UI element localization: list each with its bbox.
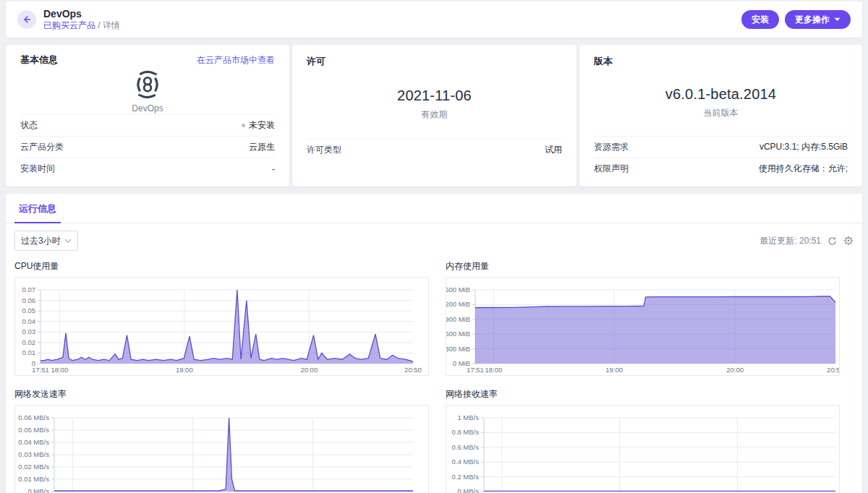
svg-text:1 MB/s: 1 MB/s: [457, 413, 479, 421]
svg-text:0.07: 0.07: [22, 286, 36, 293]
svg-text:19:00: 19:00: [605, 366, 623, 374]
arrow-left-icon: [22, 14, 32, 25]
svg-text:0 MB/s: 0 MB/s: [457, 487, 479, 493]
svg-text:0.04: 0.04: [22, 317, 36, 325]
svg-text:0.01: 0.01: [22, 348, 36, 356]
page-title: DevOps: [43, 8, 120, 21]
permission-value: 使用持久化存储：允许;: [759, 163, 848, 175]
install-button-label: 安装: [752, 14, 769, 26]
status-row: 状态 未安装: [20, 114, 275, 136]
refresh-button[interactable]: [827, 236, 837, 246]
svg-text:20:50: 20:50: [827, 366, 839, 374]
memory-usage-chart: 内存使用量 1,500 MiB1,200 MiB900 MiB600 MiB30…: [446, 251, 840, 376]
network-receive-chart-title: 网络接收速率: [446, 388, 840, 400]
basic-info-card: 基本信息 在云产品市场中查看 DevOps 状态 未安装: [6, 45, 289, 187]
install-time-value: -: [272, 164, 275, 174]
resource-requirement-value: vCPU:3.1; 内存:5.5GiB: [760, 141, 848, 153]
breadcrumb: 已购买云产品 / 详情: [43, 20, 120, 31]
chart-settings-button[interactable]: [843, 236, 854, 246]
version-card: 版本 v6.0.1-beta.2014 当前版本 资源需求 vCPU:3.1; …: [579, 45, 862, 187]
license-type-value: 试用: [545, 144, 562, 156]
version-title: 版本: [594, 55, 613, 68]
svg-text:0.05 MB/s: 0.05 MB/s: [18, 426, 49, 434]
basic-info-title: 基本信息: [20, 53, 58, 67]
svg-text:0.6 MB/s: 0.6 MB/s: [452, 443, 480, 451]
svg-text:0.02 MB/s: 0.02 MB/s: [18, 463, 49, 471]
caret-down-icon: [834, 17, 841, 22]
time-range-value: 过去3小时: [21, 235, 61, 247]
license-expiry-caption: 有效期: [422, 108, 448, 121]
network-receive-chart: 网络接收速率 1 MB/s0.8 MB/s0.6 MB/s0.4 MB/s0.2…: [446, 379, 840, 493]
svg-text:300 MiB: 300 MiB: [446, 345, 470, 353]
license-type-row: 许可类型 试用: [307, 139, 562, 160]
memory-chart-title: 内存使用量: [446, 260, 840, 273]
license-title: 许可: [307, 55, 326, 68]
last-update-label: 最近更新: 20:51: [760, 235, 821, 247]
resource-requirement-row: 资源需求 vCPU:3.1; 内存:5.5GiB: [594, 136, 848, 158]
page-header: DevOps 已购买云产品 / 详情 安装 更多操作: [6, 1, 862, 38]
status-label: 状态: [20, 119, 38, 132]
chevron-down-icon: [64, 239, 72, 244]
license-card: 许可 2021-11-06 有效期 许可类型 试用: [292, 45, 576, 187]
breadcrumb-current: / 详情: [95, 20, 120, 30]
svg-text:17:51: 17:51: [32, 366, 49, 374]
svg-text:1,200 MiB: 1,200 MiB: [446, 300, 470, 308]
permission-label: 权限声明: [594, 163, 629, 175]
refresh-icon: [827, 236, 837, 246]
svg-text:17:51: 17:51: [467, 366, 484, 374]
install-time-label: 安装时间: [20, 163, 55, 175]
more-actions-label: 更多操作: [795, 14, 830, 26]
svg-text:0.03: 0.03: [22, 327, 36, 335]
network-send-chart-title: 网络发送速率: [14, 388, 429, 400]
cpu-chart-plot: 0.070.060.050.040.030.020.01017:5118:001…: [14, 277, 429, 376]
app-logo-block: DevOps: [20, 67, 275, 114]
cpu-usage-chart: CPU使用量 0.070.060.050.040.030.020.01017:5…: [14, 251, 429, 376]
svg-text:0.8 MB/s: 0.8 MB/s: [452, 428, 480, 436]
view-in-market-link[interactable]: 在云产品市场中查看: [197, 54, 275, 67]
status-badge: 未安装: [249, 119, 275, 132]
install-button[interactable]: 安装: [741, 10, 779, 29]
svg-text:0.06 MB/s: 0.06 MB/s: [18, 413, 49, 421]
breadcrumb-link-purchased[interactable]: 已购买云产品: [43, 20, 95, 30]
svg-text:0.04 MB/s: 0.04 MB/s: [18, 438, 49, 446]
memory-chart-plot: 1,500 MiB1,200 MiB900 MiB600 MiB300 MiB0…: [446, 277, 840, 376]
info-cards-row: 基本信息 在云产品市场中查看 DevOps 状态 未安装: [6, 45, 862, 187]
back-button[interactable]: [17, 10, 36, 29]
gear-icon: [843, 236, 854, 246]
category-row: 云产品分类 云原生: [20, 136, 275, 158]
current-version-caption: 当前版本: [704, 107, 739, 119]
svg-text:0.4 MB/s: 0.4 MB/s: [452, 458, 480, 466]
svg-text:0.01 MB/s: 0.01 MB/s: [18, 475, 49, 483]
more-actions-button[interactable]: 更多操作: [785, 10, 851, 29]
svg-text:0.2 MB/s: 0.2 MB/s: [452, 473, 480, 481]
permission-row: 权限声明 使用持久化存储：允许;: [594, 158, 848, 179]
svg-text:18:00: 18:00: [51, 366, 68, 374]
svg-text:0.02: 0.02: [22, 338, 36, 346]
category-value: 云原生: [249, 141, 275, 153]
svg-text:18:00: 18:00: [485, 366, 503, 374]
svg-text:20:50: 20:50: [404, 366, 422, 374]
time-range-select[interactable]: 过去3小时: [14, 231, 78, 251]
devops-logo-icon: [131, 68, 164, 101]
svg-text:0.06: 0.06: [22, 296, 36, 304]
svg-text:0.03 MB/s: 0.03 MB/s: [18, 450, 49, 458]
license-expiry-date: 2021-11-06: [397, 87, 472, 104]
license-type-label: 许可类型: [307, 144, 341, 156]
svg-text:0 MB/s: 0 MB/s: [27, 487, 49, 493]
resource-requirement-label: 资源需求: [594, 141, 629, 153]
charts-grid: CPU使用量 0.070.060.050.040.030.020.01017:5…: [6, 251, 862, 493]
category-label: 云产品分类: [20, 141, 64, 153]
monitor-toolbar: 过去3小时 最近更新: 20:51: [6, 223, 862, 251]
network-send-chart: 网络发送速率 0.06 MB/s0.05 MB/s0.04 MB/s0.03 M…: [14, 379, 429, 493]
install-time-row: 安装时间 -: [20, 158, 275, 179]
status-dot-icon: [242, 124, 245, 127]
status-value: 未安装: [242, 119, 275, 132]
cpu-chart-title: CPU使用量: [14, 260, 429, 273]
current-version-value: v6.0.1-beta.2014: [665, 86, 776, 103]
svg-text:20:00: 20:00: [300, 366, 318, 374]
tab-bar: 运行信息: [6, 194, 862, 223]
tab-runtime-info[interactable]: 运行信息: [14, 201, 61, 223]
runtime-info-section: 运行信息 过去3小时 最近更新: 20:51: [6, 194, 862, 493]
svg-text:20:00: 20:00: [726, 366, 744, 374]
svg-text:0.05: 0.05: [22, 306, 36, 314]
